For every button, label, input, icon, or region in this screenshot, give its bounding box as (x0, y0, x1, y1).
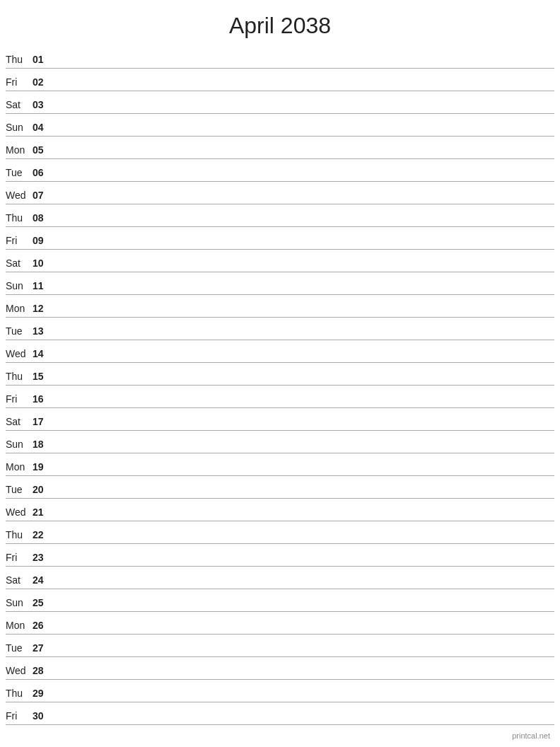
day-row: Tue27 (6, 635, 554, 657)
footer-text: printcal.net (512, 731, 550, 740)
day-row: Fri30 (6, 702, 554, 725)
day-row: Mon05 (6, 137, 554, 159)
day-name: Sun (6, 597, 33, 611)
day-row: Wed14 (6, 340, 554, 363)
day-name: Tue (6, 167, 33, 181)
day-name: Mon (6, 620, 33, 634)
day-number: 13 (33, 325, 49, 340)
day-row: Thu15 (6, 363, 554, 386)
day-row: Fri16 (6, 386, 554, 408)
day-number: 17 (33, 416, 49, 430)
day-row: Thu01 (6, 46, 554, 69)
day-row: Tue20 (6, 476, 554, 499)
day-number: 15 (33, 371, 49, 385)
day-row: Sat24 (6, 567, 554, 589)
day-name: Mon (6, 303, 33, 317)
day-name: Mon (6, 144, 33, 158)
day-row: Wed07 (6, 182, 554, 204)
day-name: Sun (6, 280, 33, 294)
day-name: Mon (6, 461, 33, 475)
day-row: Wed28 (6, 657, 554, 680)
day-row: Thu22 (6, 521, 554, 544)
day-name: Fri (6, 552, 33, 566)
day-name: Thu (6, 212, 33, 226)
day-number: 05 (33, 144, 49, 158)
day-name: Tue (6, 325, 33, 340)
day-name: Sat (6, 574, 33, 589)
day-name: Wed (6, 665, 33, 679)
day-row: Thu08 (6, 204, 554, 227)
day-number: 01 (33, 54, 49, 68)
day-number: 26 (33, 620, 49, 634)
day-name: Sun (6, 122, 33, 136)
day-number: 12 (33, 303, 49, 317)
day-row: Sat10 (6, 250, 554, 272)
day-number: 20 (33, 484, 49, 498)
day-name: Fri (6, 235, 33, 249)
day-name: Thu (6, 54, 33, 68)
day-name: Wed (6, 506, 33, 521)
day-number: 29 (33, 688, 49, 702)
day-name: Sat (6, 416, 33, 430)
day-number: 07 (33, 190, 49, 204)
calendar-list: Thu01Fri02Sat03Sun04Mon05Tue06Wed07Thu08… (0, 46, 560, 725)
day-name: Thu (6, 371, 33, 385)
day-number: 28 (33, 665, 49, 679)
day-number: 19 (33, 461, 49, 475)
day-row: Thu29 (6, 680, 554, 702)
day-name: Thu (6, 529, 33, 543)
day-name: Wed (6, 348, 33, 362)
day-number: 09 (33, 235, 49, 249)
day-name: Fri (6, 393, 33, 407)
day-row: Sun25 (6, 589, 554, 612)
day-number: 27 (33, 642, 49, 656)
day-row: Tue06 (6, 159, 554, 182)
day-number: 30 (33, 710, 49, 724)
day-number: 21 (33, 506, 49, 521)
day-row: Sun11 (6, 272, 554, 295)
day-row: Sun04 (6, 114, 554, 137)
day-name: Sat (6, 99, 33, 113)
day-row: Mon26 (6, 612, 554, 635)
day-row: Fri23 (6, 544, 554, 567)
day-row: Sat03 (6, 91, 554, 114)
day-row: Mon19 (6, 453, 554, 476)
day-number: 22 (33, 529, 49, 543)
day-name: Tue (6, 484, 33, 498)
day-number: 02 (33, 76, 49, 91)
day-name: Fri (6, 710, 33, 724)
day-number: 06 (33, 167, 49, 181)
day-name: Tue (6, 642, 33, 656)
day-row: Wed21 (6, 499, 554, 521)
day-number: 16 (33, 393, 49, 407)
day-name: Fri (6, 76, 33, 91)
day-number: 18 (33, 439, 49, 453)
day-row: Sat17 (6, 408, 554, 431)
day-number: 03 (33, 99, 49, 113)
day-number: 04 (33, 122, 49, 136)
day-name: Sat (6, 257, 33, 272)
day-row: Fri09 (6, 227, 554, 250)
day-row: Fri02 (6, 69, 554, 91)
day-number: 25 (33, 597, 49, 611)
day-number: 24 (33, 574, 49, 589)
day-number: 14 (33, 348, 49, 362)
day-number: 23 (33, 552, 49, 566)
day-number: 10 (33, 257, 49, 272)
day-name: Thu (6, 688, 33, 702)
page-title: April 2038 (0, 0, 560, 46)
day-number: 08 (33, 212, 49, 226)
day-row: Tue13 (6, 318, 554, 340)
day-row: Mon12 (6, 295, 554, 318)
day-name: Sun (6, 439, 33, 453)
day-number: 11 (33, 280, 49, 294)
day-name: Wed (6, 190, 33, 204)
day-row: Sun18 (6, 431, 554, 453)
